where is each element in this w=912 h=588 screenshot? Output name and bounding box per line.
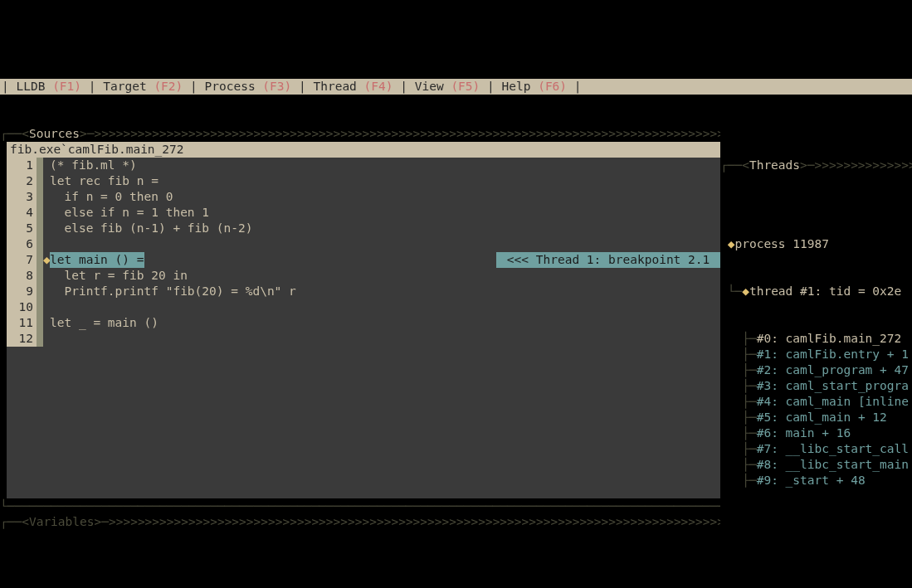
sources-panel[interactable]: fib.exe`camlFib.main_272 1 (* fib.ml *)2… xyxy=(0,142,720,499)
sources-panel-bottom: └───────────────────────────────────────… xyxy=(0,498,720,514)
sources-panel-title: ┌──<Sources>─>>>>>>>>>>>>>>>>>>>>>>>>>>>… xyxy=(0,126,720,142)
variables-panel-title: ┌──<Variables>─>>>>>>>>>>>>>>>>>>>>>>>>>… xyxy=(0,514,720,530)
source-line[interactable]: 5 else fib (n-1) + fib (n-2) xyxy=(7,221,720,236)
source-line[interactable]: 11 let _ = main () xyxy=(7,315,720,331)
threads-thread[interactable]: └─◆thread #1: tid = 0x2e xyxy=(720,284,912,299)
stack-frame[interactable]: ├─#8: __libc_start_main xyxy=(720,457,912,473)
threads-panel[interactable]: ◆process 11987 └─◆thread #1: tid = 0x2e … xyxy=(720,205,912,520)
stack-frame[interactable]: ├─#4: caml_main [inline xyxy=(720,394,912,410)
source-line[interactable]: 1 (* fib.ml *) xyxy=(7,158,720,173)
source-line[interactable]: 2 let rec fib n = xyxy=(7,173,720,189)
stack-frame[interactable]: ├─#9: _start + 48 xyxy=(720,473,912,488)
stack-frame[interactable]: ├─#7: __libc_start_call xyxy=(720,441,912,457)
source-line[interactable]: 4 else if n = 1 then 1 xyxy=(7,205,720,221)
stack-frame[interactable]: ├─#0: camlFib.main_272 xyxy=(720,331,912,347)
threads-process[interactable]: ◆process 11987 xyxy=(720,236,912,252)
source-line[interactable]: 7◆let main () = <<< Thread 1: breakpoint… xyxy=(7,252,720,268)
source-line[interactable]: 10 xyxy=(7,299,720,315)
breakpoint-annotation: <<< Thread 1: breakpoint 2.1 xyxy=(496,252,720,268)
menubar[interactable]: | LLDB (F1) | Target (F2) | Process (F3)… xyxy=(0,79,912,95)
stack-frame[interactable]: ├─#1: camlFib.entry + 1 xyxy=(720,347,912,362)
source-line[interactable]: 6 xyxy=(7,236,720,252)
source-line[interactable]: 3 if n = 0 then 0 xyxy=(7,189,720,205)
source-file-header: fib.exe`camlFib.main_272 xyxy=(7,142,720,158)
stack-frame[interactable]: ├─#6: main + 16 xyxy=(720,425,912,441)
source-line[interactable]: 8 let r = fib 20 in xyxy=(7,268,720,284)
stack-frame[interactable]: ├─#3: caml_start_progra xyxy=(720,378,912,394)
variables-panel[interactable] xyxy=(0,530,720,588)
stack-frame[interactable]: ├─#5: caml_main + 12 xyxy=(720,410,912,425)
threads-panel-title: ┌──<Threads>─>>>>>>>>>>>>>>┐ xyxy=(720,158,912,173)
source-line[interactable]: 12 xyxy=(7,331,720,347)
source-line[interactable]: 9 Printf.printf "fib(20) = %d\n" r xyxy=(7,284,720,299)
stack-frame[interactable]: ├─#2: caml_program + 47 xyxy=(720,362,912,378)
